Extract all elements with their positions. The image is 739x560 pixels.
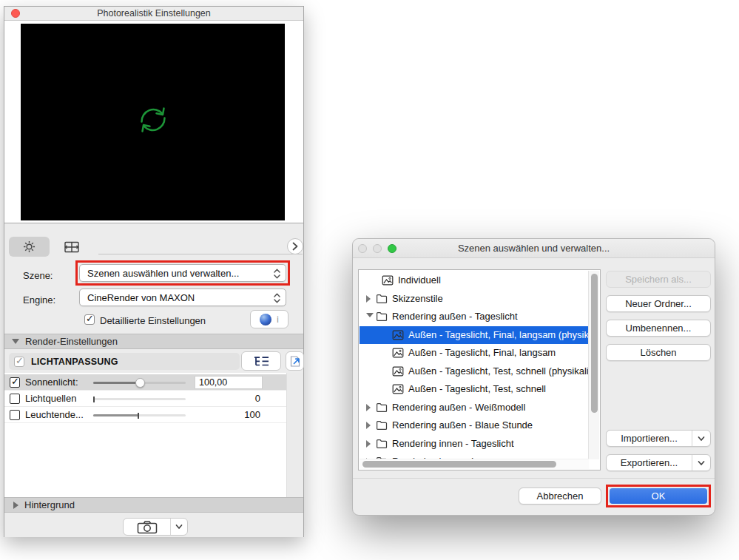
import-menu-button[interactable] xyxy=(692,431,710,446)
background-section-header[interactable]: Hintergrund xyxy=(4,497,303,513)
scene-manager-dialog: Szenen auswählen und verwalten... Indivi… xyxy=(352,238,715,516)
engine-info-button[interactable]: i xyxy=(250,310,288,328)
luminous-slider[interactable] xyxy=(93,414,186,416)
scene-dropdown[interactable]: Szenen auswählen und verwalten... xyxy=(79,264,286,282)
tree-item-label: Rendering außen - Blaue Stunde xyxy=(392,419,533,431)
ok-highlight-box: OK xyxy=(606,485,711,507)
disclosure-triangle-icon[interactable] xyxy=(366,295,371,303)
tree-item[interactable]: Individuell xyxy=(360,271,589,290)
lightsources-slider[interactable] xyxy=(93,398,186,400)
sunlight-row[interactable]: ✓ Sonnenlicht: xyxy=(4,374,286,391)
tree-item[interactable]: Rendering außen - Tageslicht xyxy=(360,308,589,326)
save-as-button[interactable]: Speichern als... xyxy=(606,271,711,288)
engine-label: Engine: xyxy=(23,294,55,306)
chevron-right-icon xyxy=(292,242,298,251)
info-icon: i xyxy=(277,314,279,325)
sunlight-slider[interactable] xyxy=(93,382,186,384)
delete-button[interactable]: Löschen xyxy=(606,344,711,361)
settings-tree-button[interactable] xyxy=(241,351,281,371)
export-button[interactable]: Exportieren... xyxy=(607,457,692,468)
disclosure-triangle-icon[interactable] xyxy=(366,313,374,317)
render-settings-section-header[interactable]: Render-Einstellungen xyxy=(4,334,303,349)
light-adjustment-checkbox[interactable]: ✓ xyxy=(14,357,24,367)
image-icon xyxy=(382,275,394,286)
tree-item-label: Rendering innen - Tageslicht xyxy=(392,438,514,449)
sunlight-value-field[interactable] xyxy=(195,376,263,389)
refresh-icon[interactable] xyxy=(136,103,170,137)
vertical-scrollbar-thumb[interactable] xyxy=(591,274,598,413)
dialog-titlebar[interactable]: Szenen auswählen und verwalten... xyxy=(353,239,715,258)
folder-icon xyxy=(376,311,388,322)
cancel-button[interactable]: Abbrechen xyxy=(519,488,601,505)
scene-list-box: IndividuellSkizzenstileRendering außen -… xyxy=(358,269,601,470)
toolbar-divider xyxy=(98,254,303,254)
tree-item[interactable]: Skizzenstile xyxy=(360,290,589,308)
slider-tick xyxy=(93,397,95,402)
tree-item[interactable]: Rendering innen - Tageslicht xyxy=(360,435,589,453)
folder-icon xyxy=(376,402,388,413)
lightsources-checkbox[interactable] xyxy=(10,394,20,404)
export-menu-button[interactable] xyxy=(692,455,710,470)
close-button[interactable] xyxy=(358,244,367,253)
new-folder-button[interactable]: Neuer Ordner... xyxy=(606,295,711,312)
engine-dropdown[interactable]: CineRender von MAXON xyxy=(79,289,286,306)
tree-item[interactable]: Außen - Tageslicht, Test, schnell xyxy=(360,380,589,399)
light-adjustment-row: ✓ LICHTANPASSUNG xyxy=(4,350,303,373)
export-split-button[interactable]: Exportieren... xyxy=(606,454,711,471)
settings-tab-button[interactable] xyxy=(9,237,50,257)
scene-dropdown-value: Szenen auswählen und verwalten... xyxy=(87,268,239,279)
image-icon xyxy=(392,384,404,394)
tree-item[interactable]: Rendering außen - Weißmodell xyxy=(360,399,589,417)
ok-button[interactable]: OK xyxy=(610,488,707,504)
updown-chevrons-icon xyxy=(274,292,280,304)
expand-panel-button[interactable] xyxy=(287,238,303,254)
section-label: Render-Einstellungen xyxy=(25,336,118,347)
disclosure-triangle-icon[interactable] xyxy=(366,422,371,429)
light-adjustment-label: LICHTANPASSUNG xyxy=(31,357,118,367)
detailed-settings-checkbox[interactable]: ✓ xyxy=(84,314,95,325)
sunlight-label: Sonnenlicht: xyxy=(25,377,78,388)
document-export-icon xyxy=(289,355,301,368)
cinerender-icon xyxy=(260,314,271,325)
vertical-scrollbar[interactable] xyxy=(588,271,599,459)
camera-icon xyxy=(137,520,158,534)
zoom-button[interactable] xyxy=(388,244,397,253)
tree-item[interactable]: Rendering außen - Blaue Stunde xyxy=(360,416,589,435)
import-button[interactable]: Importieren... xyxy=(607,433,692,444)
tree-item-label: Außen - Tageslicht, Test, schnell xyxy=(408,383,546,394)
light-adjustment-group[interactable]: ✓ LICHTANPASSUNG xyxy=(9,353,240,370)
left-titlebar[interactable]: Photorealistik Einstellungen xyxy=(4,7,303,21)
tree-item[interactable]: Außen - Tageslicht, Final, langsam xyxy=(360,344,589,362)
horizontal-scrollbar[interactable] xyxy=(360,459,589,469)
minimize-button[interactable] xyxy=(373,244,382,253)
tree-item-label: Rendering außen - Tageslicht xyxy=(392,311,518,322)
light-sliders-list: ✓ Sonnenlicht: Lichtquellen 0 Leuchtende… xyxy=(4,373,303,497)
tree-item[interactable]: Außen - Tageslicht, Final, langsam (phys… xyxy=(360,326,589,345)
import-split-button[interactable]: Importieren... xyxy=(606,430,711,447)
window-title: Photorealistik Einstellungen xyxy=(4,7,303,21)
tree-item[interactable]: Außen - Tageslicht, Test, schnell (physi… xyxy=(360,362,589,381)
slider-thumb[interactable] xyxy=(135,378,145,388)
lightsources-value: 0 xyxy=(226,393,260,404)
luminous-row[interactable]: Leuchtende... 100 xyxy=(4,407,286,423)
disclosure-triangle-icon[interactable] xyxy=(366,404,371,411)
export-settings-button[interactable] xyxy=(286,351,304,371)
render-preview-image xyxy=(21,24,285,220)
folder-icon xyxy=(376,439,388,449)
rename-button[interactable]: Umbenennen... xyxy=(606,320,711,337)
horizontal-scrollbar-thumb[interactable] xyxy=(362,461,556,468)
updown-chevrons-icon xyxy=(274,268,280,280)
size-tab-button[interactable] xyxy=(58,237,85,257)
sunlight-checkbox[interactable]: ✓ xyxy=(10,377,20,388)
folder-icon xyxy=(376,420,388,431)
luminous-checkbox[interactable] xyxy=(10,410,20,420)
folder-icon xyxy=(376,294,388,304)
snapshot-split-button[interactable] xyxy=(123,518,188,536)
close-button[interactable] xyxy=(11,9,20,18)
camera-button[interactable] xyxy=(124,519,171,535)
disclosure-triangle-icon[interactable] xyxy=(366,440,371,448)
camera-menu-button[interactable] xyxy=(171,519,187,535)
lightsources-row[interactable]: Lichtquellen 0 xyxy=(4,391,286,407)
dialog-title: Szenen auswählen und verwalten... xyxy=(353,239,715,258)
sliders-scroll-gutter[interactable] xyxy=(286,373,303,497)
